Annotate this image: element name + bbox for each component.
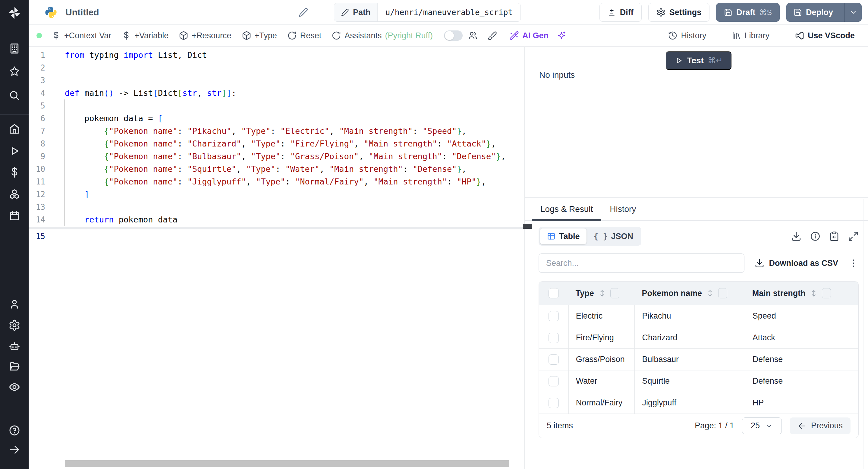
code-line[interactable]: 14 return pokemon_data xyxy=(29,213,524,226)
column-header[interactable]: Type xyxy=(568,282,635,305)
column-filter-box[interactable] xyxy=(822,288,831,299)
deploy-dropdown-caret[interactable] xyxy=(844,3,862,22)
row-checkbox[interactable] xyxy=(549,398,559,408)
collab-toggle[interactable] xyxy=(444,30,463,41)
edit-title-pencil-icon[interactable] xyxy=(299,7,309,18)
page-size-select[interactable]: 25 xyxy=(742,417,782,434)
table-row[interactable]: Fire/FlyingCharizardAttack xyxy=(539,327,858,348)
editor-horizontal-divider[interactable] xyxy=(29,227,524,229)
help-icon[interactable] xyxy=(8,424,21,437)
row-checkbox[interactable] xyxy=(549,333,559,343)
column-label: Main strength xyxy=(752,289,806,298)
clipboard-copy-icon[interactable] xyxy=(829,231,840,242)
column-filter-box[interactable] xyxy=(718,288,727,299)
info-icon[interactable] xyxy=(810,231,821,242)
code-line[interactable]: 2 xyxy=(29,61,524,74)
column-filter-box[interactable] xyxy=(610,288,619,299)
schedules-calendar-icon[interactable] xyxy=(8,210,21,222)
column-header[interactable]: Main strength xyxy=(745,282,858,305)
table-row[interactable]: WaterSquirtleDefense xyxy=(539,370,858,392)
variables-dollar-icon[interactable] xyxy=(8,166,21,179)
home-icon[interactable] xyxy=(8,122,21,135)
tab-logs-and-result[interactable]: Logs & Result xyxy=(532,198,601,220)
code-line[interactable]: 4def main() -> List[Dict[str, str]]: xyxy=(29,87,524,99)
row-checkbox[interactable] xyxy=(549,354,559,365)
view-table-button[interactable]: Table xyxy=(540,228,587,244)
history-button[interactable]: History xyxy=(663,31,711,40)
code-line[interactable]: 3 xyxy=(29,74,524,87)
code-line[interactable]: 8 {"Pokemon name": "Charizard", "Type": … xyxy=(29,137,524,150)
draft-button[interactable]: Draft ⌘S xyxy=(716,3,780,22)
deploy-button[interactable]: Deploy xyxy=(786,3,862,22)
sort-icon[interactable] xyxy=(598,289,607,298)
favorites-star-icon[interactable] xyxy=(8,65,21,78)
view-json-button[interactable]: { } JSON xyxy=(587,228,640,244)
diff-button[interactable]: Diff xyxy=(599,3,642,22)
code-line[interactable]: 13 xyxy=(29,201,524,213)
previous-page-button[interactable]: Previous xyxy=(789,417,850,434)
download-result-icon[interactable] xyxy=(791,231,802,242)
code-line[interactable]: 9 {"Pokemon name": "Bulbasaur", "Type": … xyxy=(29,150,524,163)
code-line[interactable]: 7 {"Pokemon name": "Pikachu", "Type": "E… xyxy=(29,125,524,137)
resources-cubes-icon[interactable] xyxy=(8,188,21,200)
assistants-button[interactable]: Assistants (Pyright Ruff) xyxy=(327,31,438,40)
line-number: 1 xyxy=(29,49,45,61)
library-button[interactable]: Library xyxy=(726,31,775,40)
tab-history[interactable]: History xyxy=(601,198,644,220)
code-line[interactable]: 11 {"Pokemon name": "Jigglypuff", "Type"… xyxy=(29,176,524,188)
splitter-drag-handle[interactable] xyxy=(523,224,532,229)
code-line[interactable]: 15 xyxy=(29,230,524,243)
reset-button[interactable]: Reset xyxy=(282,31,327,40)
sort-icon[interactable] xyxy=(809,289,818,298)
table-menu-kebab-icon[interactable] xyxy=(848,258,859,268)
column-header[interactable]: Pokemon name xyxy=(634,282,745,305)
users-icon[interactable] xyxy=(8,298,21,311)
sparkles-icon[interactable] xyxy=(554,31,569,40)
table-cell: Grass/Poison xyxy=(568,349,635,370)
format-brush-icon[interactable] xyxy=(480,31,504,40)
ai-gen-button[interactable]: AI Gen xyxy=(504,31,554,40)
pane-scrollbar-track[interactable] xyxy=(863,199,864,469)
editor-toolbar: +Context Var +Variable +Resource +Type R… xyxy=(29,25,868,47)
audit-eye-icon[interactable] xyxy=(8,381,21,393)
add-type-button[interactable]: +Type xyxy=(237,31,282,40)
sort-icon[interactable] xyxy=(706,289,714,298)
code-line[interactable]: 1from typing import List, Dict xyxy=(29,49,524,61)
settings-gear-icon[interactable] xyxy=(8,319,21,332)
workers-robot-icon[interactable] xyxy=(8,340,21,352)
editor-horizontal-scrollbar[interactable] xyxy=(65,460,509,467)
row-checkbox[interactable] xyxy=(549,376,559,386)
use-vscode-button[interactable]: Use VScode xyxy=(789,31,860,40)
table-search-input[interactable] xyxy=(538,253,744,273)
workspace-building-icon[interactable] xyxy=(8,42,21,55)
test-button[interactable]: Test ⌘↵ xyxy=(666,51,732,70)
code-line[interactable]: 12 ] xyxy=(29,188,524,201)
search-icon[interactable] xyxy=(8,89,21,102)
expand-icon[interactable] xyxy=(848,231,859,242)
select-all-checkbox[interactable] xyxy=(549,288,559,299)
folders-icon[interactable] xyxy=(8,360,21,373)
runs-play-icon[interactable] xyxy=(8,145,21,157)
add-variable-button[interactable]: +Variable xyxy=(116,31,174,40)
row-checkbox[interactable] xyxy=(549,311,559,321)
download-csv-button[interactable]: Download as CSV xyxy=(754,258,838,268)
code-line[interactable]: 5 xyxy=(29,99,524,112)
pencil-icon xyxy=(341,8,349,17)
table-row[interactable]: ElectricPikachuSpeed xyxy=(539,305,858,327)
test-shortcut: ⌘↵ xyxy=(708,56,723,65)
settings-button[interactable]: Settings xyxy=(648,3,710,22)
multiplayer-users-icon[interactable] xyxy=(466,31,480,40)
table-row[interactable]: Normal/FairyJigglypuffHP xyxy=(539,392,858,413)
column-label: Type xyxy=(576,289,594,298)
table-row[interactable]: Grass/PoisonBulbasaurDefense xyxy=(539,348,858,370)
code-line[interactable]: 6 pokemon_data = [ xyxy=(29,112,524,125)
add-resource-button[interactable]: +Resource xyxy=(174,31,236,40)
collapse-arrow-right-icon[interactable] xyxy=(8,443,21,456)
package-icon xyxy=(179,31,188,40)
add-context-var-button[interactable]: +Context Var xyxy=(46,31,116,40)
code-editor[interactable]: 1from typing import List, Dict234def mai… xyxy=(29,47,524,469)
script-path-value[interactable]: u/henri/maneuverable_script xyxy=(378,8,521,17)
script-path-field[interactable]: Path u/henri/maneuverable_script xyxy=(334,3,521,22)
code-line[interactable]: 10 {"Pokemon name": "Squirtle", "Type": … xyxy=(29,163,524,176)
windmill-logo-icon[interactable] xyxy=(6,4,23,22)
